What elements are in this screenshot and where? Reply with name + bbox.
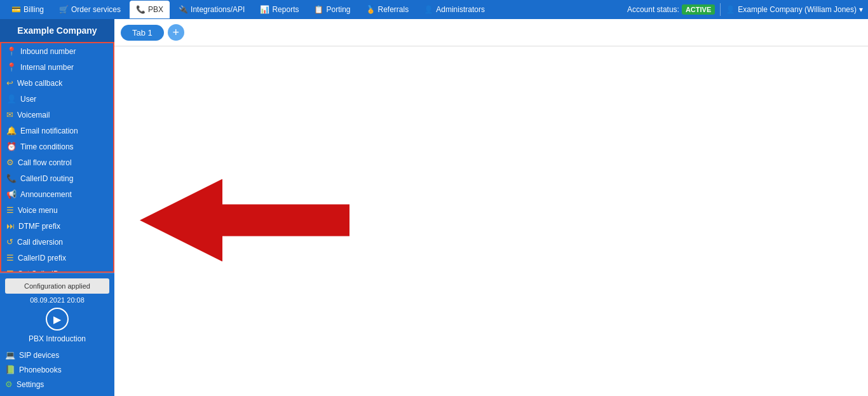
sidebar-item-set-callerid[interactable]: ☰Set CallerID: [1, 266, 113, 273]
call-diversion-icon: ↺: [6, 237, 13, 247]
account-status: Account status: ACTIVE: [627, 4, 715, 15]
administrators-icon: 👤: [424, 5, 433, 14]
red-arrow: [140, 179, 349, 264]
user-label: User: [20, 95, 36, 104]
order-services-icon: 🛒: [59, 5, 69, 14]
user-icon: 👤: [6, 94, 17, 104]
callerid-prefix-label: CallerID prefix: [18, 254, 66, 263]
tab-bar: Tab 1 +: [114, 19, 868, 46]
billing-icon: 💳: [11, 5, 21, 14]
sidebar-item-voice-menu[interactable]: ☰Voice menu: [1, 202, 113, 218]
sidebar-item-dtmf-prefix[interactable]: ⏭DTMF prefix: [1, 218, 113, 234]
play-button-container: ▶: [5, 308, 109, 331]
sidebar-item-inbound-number[interactable]: 📍Inbound number: [1, 43, 113, 59]
voice-menu-icon: ☰: [6, 205, 14, 215]
nav-tab-porting[interactable]: 📋Porting: [308, 1, 356, 18]
call-flow-control-label: Call flow control: [18, 158, 72, 167]
announcement-icon: 📢: [6, 189, 17, 199]
top-navigation: 💳Billing🛒Order services📞PBX🔌Integrations…: [0, 0, 868, 19]
email-notification-icon: 🔔: [6, 126, 17, 135]
user-label: Example Company (William Jones): [738, 5, 857, 14]
call-flow-control-icon: ⚙: [6, 158, 14, 167]
config-applied-button[interactable]: Configuration applied: [5, 278, 109, 294]
main-layout: Example Company 📍Inbound number📍Internal…: [0, 19, 868, 396]
account-status-value: ACTIVE: [682, 4, 715, 15]
call-diversion-label: Call diversion: [17, 238, 63, 247]
add-tab-button[interactable]: +: [168, 24, 184, 41]
inbound-number-label: Inbound number: [20, 47, 76, 56]
account-info: Account status: ACTIVE 👤 Example Company…: [627, 3, 863, 16]
callerid-prefix-icon: ☰: [6, 253, 14, 263]
integrations-api-icon: 🔌: [179, 5, 188, 14]
nav-tabs-container: 💳Billing🛒Order services📞PBX🔌Integrations…: [5, 1, 491, 18]
sidebar-menu: 📍Inbound number📍Internal number↩Web call…: [0, 42, 114, 273]
nav-tab-pbx[interactable]: 📞PBX: [130, 1, 170, 18]
administrators-label: Administrators: [436, 5, 485, 14]
order-services-label: Order services: [71, 5, 121, 14]
sidebar-item-email-notification[interactable]: 🔔Email notification: [1, 123, 113, 139]
phonebooks-icon: 📗: [5, 365, 15, 374]
sidebar-item-call-diversion[interactable]: ↺Call diversion: [1, 234, 113, 250]
sidebar-item-announcement[interactable]: 📢Announcement: [1, 186, 113, 202]
sidebar-item-web-callback[interactable]: ↩Web callback: [1, 75, 113, 91]
callerid-routing-label: CallerID routing: [20, 174, 73, 183]
pbx-icon: 📞: [136, 5, 146, 14]
user-info[interactable]: 👤 Example Company (William Jones) ▾: [726, 5, 863, 14]
sip-devices-icon: 💻: [5, 350, 15, 360]
account-status-label: Account status:: [627, 5, 679, 14]
pbx-intro-label: PBX Introduction: [5, 334, 109, 343]
referrals-label: Referrals: [378, 5, 409, 14]
content-area: Tab 1 +: [114, 19, 868, 396]
voice-menu-label: Voice menu: [18, 206, 58, 215]
sidebar-item-internal-number[interactable]: 📍Internal number: [1, 59, 113, 75]
nav-tab-integrations-api[interactable]: 🔌Integrations/API: [172, 1, 251, 18]
nav-tab-reports[interactable]: 📊Reports: [254, 1, 305, 18]
config-date: 08.09.2021 20:08: [5, 296, 109, 304]
sidebar-item-user[interactable]: 👤User: [1, 91, 113, 107]
sidebar-item-callerid-routing[interactable]: 📞CallerID routing: [1, 170, 113, 186]
porting-label: Porting: [326, 5, 350, 14]
sip-devices-label: SIP devices: [19, 351, 59, 360]
play-button[interactable]: ▶: [46, 308, 69, 331]
voicemail-icon: ✉: [6, 110, 13, 119]
nav-divider: [720, 3, 721, 16]
content-main: [114, 46, 868, 396]
company-name: Example Company: [0, 19, 114, 42]
nav-tab-billing[interactable]: 💳Billing: [5, 1, 50, 18]
settings-icon: ⚙: [5, 379, 13, 389]
web-callback-icon: ↩: [6, 78, 13, 88]
content-tab-1[interactable]: Tab 1: [121, 25, 164, 41]
dtmf-prefix-icon: ⏭: [6, 221, 15, 231]
bottom-nav-sip-devices[interactable]: 💻SIP devices: [5, 348, 109, 362]
bottom-nav-items: 💻SIP devices📗Phonebooks⚙Settings: [5, 348, 109, 391]
bottom-nav-settings[interactable]: ⚙Settings: [5, 378, 109, 391]
pbx-label: PBX: [148, 5, 163, 14]
sidebar-item-time-conditions[interactable]: ⏰Time conditions: [1, 139, 113, 154]
reports-icon: 📊: [260, 5, 269, 14]
referrals-icon: 🏅: [366, 5, 376, 14]
sidebar-item-voicemail[interactable]: ✉Voicemail: [1, 107, 113, 123]
time-conditions-icon: ⏰: [6, 142, 17, 151]
user-icon: 👤: [726, 5, 735, 14]
inbound-number-icon: 📍: [6, 46, 17, 56]
email-notification-label: Email notification: [20, 126, 78, 135]
time-conditions-label: Time conditions: [20, 142, 74, 151]
sidebar-item-call-flow-control[interactable]: ⚙Call flow control: [1, 154, 113, 170]
internal-number-icon: 📍: [6, 62, 17, 72]
voicemail-label: Voicemail: [17, 111, 50, 119]
bottom-nav-phonebooks[interactable]: 📗Phonebooks: [5, 363, 109, 376]
reports-label: Reports: [272, 5, 299, 14]
porting-icon: 📋: [314, 5, 323, 14]
svg-marker-0: [140, 179, 349, 262]
nav-tab-administrators[interactable]: 👤Administrators: [417, 1, 491, 18]
integrations-api-label: Integrations/API: [191, 5, 245, 14]
chevron-down-icon: ▾: [859, 5, 863, 14]
nav-tab-order-services[interactable]: 🛒Order services: [53, 1, 127, 18]
sidebar-item-callerid-prefix[interactable]: ☰CallerID prefix: [1, 250, 113, 266]
settings-label: Settings: [17, 380, 44, 389]
phonebooks-label: Phonebooks: [19, 365, 62, 374]
nav-tab-referrals[interactable]: 🏅Referrals: [360, 1, 416, 18]
dtmf-prefix-label: DTMF prefix: [18, 222, 60, 231]
internal-number-label: Internal number: [20, 63, 74, 72]
billing-label: Billing: [24, 5, 44, 14]
